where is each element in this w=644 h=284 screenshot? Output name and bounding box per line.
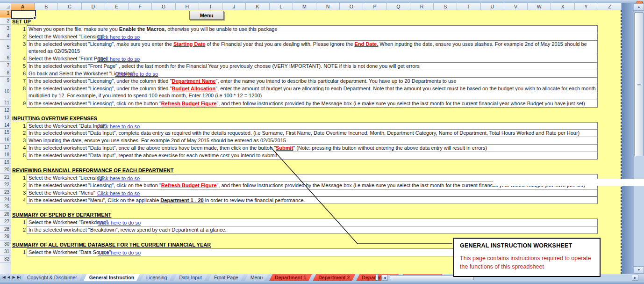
sheet-tab-licensing[interactable]: Licensing [141, 274, 172, 281]
column-header-R[interactable]: R [410, 3, 434, 10]
tab-split-handle[interactable] [376, 274, 378, 280]
column-header-F[interactable]: F [129, 3, 152, 10]
scroll-left-icon[interactable]: ◀ [381, 275, 388, 281]
row-header-6[interactable]: 6 [0, 55, 11, 62]
column-header-Q[interactable]: Q [387, 3, 410, 10]
instruction-row-15[interactable]: In the selected worksheet "Data Input", … [27, 129, 598, 137]
hyperlink-click-here[interactable]: Click here to do so [97, 175, 140, 182]
sheet-tab-front-page[interactable]: Front Page [208, 274, 244, 281]
column-header-I[interactable]: I [199, 3, 222, 10]
column-header-O[interactable]: O [340, 3, 363, 10]
instruction-row-3[interactable]: When you open the file, make sure you En… [27, 25, 598, 33]
instruction-row-10[interactable]: In the selected worksheet "Licensing", u… [27, 85, 598, 100]
column-header-H[interactable]: H [176, 3, 199, 10]
instruction-row-28[interactable]: In the selected worksheet "Breakdown", r… [27, 226, 598, 234]
row-header-15[interactable]: 15 [0, 129, 11, 136]
row-header-11[interactable]: 11 [0, 100, 11, 107]
prev-sheet-icon[interactable]: ◀ [7, 274, 11, 280]
column-header-L[interactable]: L [270, 3, 293, 10]
row-header-32[interactable]: 32 [0, 256, 11, 263]
instruction-row-23[interactable]: Select the Worksheet "Menu"Click here to… [27, 189, 598, 197]
vertical-scrollbar[interactable]: ▲ ▼ [634, 3, 644, 274]
sheet-area[interactable]: SET UP1When you open the file, make sure… [11, 10, 622, 274]
hyperlink-click-here[interactable]: Click here to do so [97, 123, 140, 130]
sheet-tab-general-instruction[interactable]: General Instruction [84, 274, 140, 281]
row-header-9[interactable]: 9 [0, 77, 11, 84]
instruction-row-24[interactable]: In the selected worksheet "Menu", Click … [27, 197, 598, 204]
row-header-28[interactable]: 28 [0, 226, 11, 233]
column-header-J[interactable]: J [222, 3, 246, 10]
sheet-tab-copyright-disclaimer[interactable]: Copyright & Disclaimer [21, 274, 83, 281]
sheet-tab-department-1[interactable]: Department 1 [269, 274, 312, 281]
vertical-scroll-thumb[interactable] [634, 12, 644, 156]
column-header-B[interactable]: B [35, 3, 58, 10]
row-header-2[interactable]: 2 [0, 18, 11, 25]
row-header-4[interactable]: 4 [0, 33, 11, 40]
hyperlink-click-here[interactable]: Click here to do so [98, 249, 141, 256]
row-header-13[interactable]: 13 [0, 115, 11, 122]
row-header-24[interactable]: 24 [0, 197, 11, 204]
instruction-row-14[interactable]: Select the Worksheet "Data Input"Click h… [27, 122, 598, 130]
column-header-V[interactable]: V [504, 3, 528, 10]
column-header-A[interactable]: A [11, 3, 35, 10]
column-header-M[interactable]: M [293, 3, 316, 10]
column-header-Z[interactable]: Z [598, 3, 622, 10]
instruction-row-16[interactable]: When inputing the date, ensure you use s… [27, 137, 598, 145]
row-header-22[interactable]: 22 [0, 182, 11, 189]
hyperlink-click-here[interactable]: Click here to do so [115, 71, 158, 78]
instruction-row-17[interactable]: In the selected worksheet "Data Input", … [27, 144, 598, 152]
instruction-row-18[interactable]: In the selected worksheet "Data Input", … [27, 152, 598, 160]
sheet-tab-department-2[interactable]: Department 2 [313, 274, 355, 281]
instruction-row-5[interactable]: In the selected worksheet "Licensing", m… [27, 40, 598, 56]
row-header-31[interactable]: 31 [0, 248, 11, 255]
row-header-3[interactable]: 3 [0, 25, 11, 32]
row-header-20[interactable]: 20 [0, 167, 11, 174]
hyperlink-click-here[interactable]: Click here to do so [98, 219, 141, 226]
row-header-21[interactable]: 21 [0, 174, 11, 181]
instruction-row-9[interactable]: In the selected worksheet "Licensing", u… [27, 77, 598, 85]
instruction-row-6[interactable]: Select the Worksheet "Front Page"Click h… [27, 55, 598, 63]
selected-cell-a1[interactable] [11, 10, 36, 19]
hyperlink-click-here[interactable]: Click here to do so [97, 190, 140, 197]
instruction-row-8[interactable]: Go back and Select the Worksheet "Licens… [27, 70, 598, 78]
column-header-X[interactable]: X [551, 3, 574, 10]
row-header-23[interactable]: 23 [0, 189, 11, 196]
column-header-G[interactable]: G [152, 3, 175, 10]
column-header-Y[interactable]: Y [575, 3, 598, 10]
column-header-P[interactable]: P [363, 3, 386, 10]
column-header-N[interactable]: N [316, 3, 340, 10]
fill-handle[interactable] [33, 16, 36, 19]
column-header-U[interactable]: U [481, 3, 504, 10]
instruction-row-11[interactable]: In the selected worksheet "Licensing", c… [27, 100, 598, 108]
row-header-30[interactable]: 30 [0, 241, 11, 248]
row-header-12[interactable]: 12 [0, 107, 11, 114]
row-header-5[interactable]: 5 [0, 40, 11, 55]
menu-button[interactable]: Menu [189, 11, 224, 20]
select-all-button[interactable] [0, 3, 11, 10]
instruction-row-7[interactable]: In the selected worksheet "Front Page" ,… [27, 62, 598, 70]
first-sheet-icon[interactable]: |◀ [1, 274, 6, 280]
column-header-C[interactable]: C [58, 3, 81, 10]
row-header-17[interactable]: 17 [0, 144, 11, 151]
sheet-tab-menu[interactable]: Menu [245, 274, 268, 281]
hyperlink-click-here[interactable]: Click here to do so [97, 34, 140, 41]
row-header-19[interactable]: 19 [0, 159, 11, 166]
instruction-row-4[interactable]: Select the Worksheet "Licensing"Click he… [27, 33, 598, 41]
sheet-tab-data-input[interactable]: Data Input [173, 274, 207, 281]
column-header-W[interactable]: W [528, 3, 551, 10]
row-header-7[interactable]: 7 [0, 62, 11, 69]
row-header-8[interactable]: 8 [0, 70, 11, 77]
column-header-E[interactable]: E [105, 3, 129, 10]
column-header-K[interactable]: K [246, 3, 269, 10]
row-header-1[interactable]: 1 [0, 10, 11, 17]
row-header-26[interactable]: 26 [0, 211, 11, 218]
instruction-row-27[interactable]: Select the Worksheet "Breakdown"Click he… [27, 218, 598, 226]
row-header-25[interactable]: 25 [0, 204, 11, 211]
next-sheet-icon[interactable]: ▶ [12, 274, 16, 280]
column-header-D[interactable]: D [82, 3, 105, 10]
row-header-10[interactable]: 10 [0, 85, 11, 99]
hyperlink-click-here[interactable]: Click here to do so [97, 56, 140, 63]
scroll-down-icon[interactable]: ▼ [634, 266, 644, 274]
column-header-T[interactable]: T [457, 3, 480, 10]
last-sheet-icon[interactable]: ▶| [17, 274, 21, 280]
